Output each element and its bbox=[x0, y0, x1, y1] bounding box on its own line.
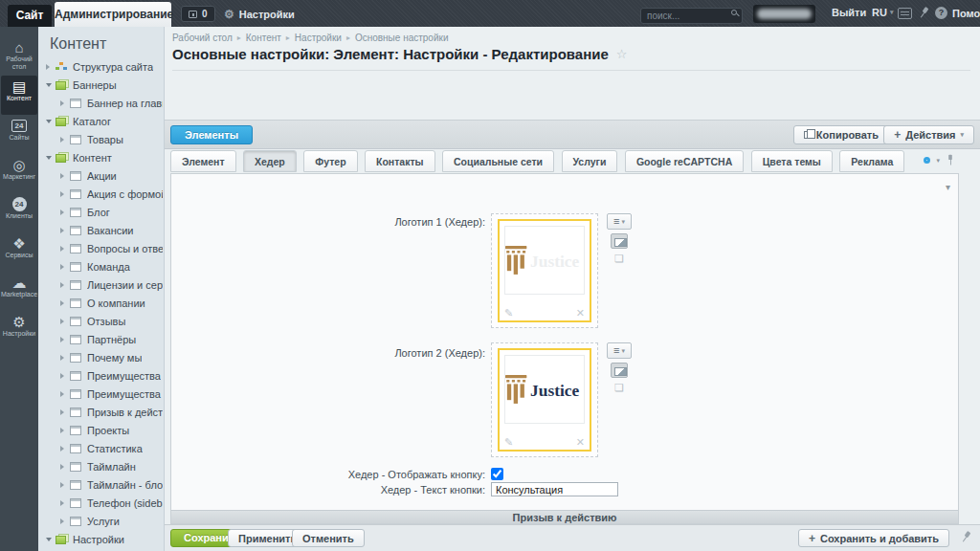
expand-arrow-icon[interactable] bbox=[60, 228, 70, 233]
logo2-file-icon[interactable] bbox=[614, 382, 632, 394]
module-sidebar-item[interactable]: ◎ Маркетинг bbox=[1, 154, 37, 193]
expand-arrow-icon[interactable] bbox=[60, 191, 70, 197]
expand-arrow-icon[interactable] bbox=[60, 282, 70, 288]
tree-item[interactable]: Проекты bbox=[38, 421, 163, 439]
tree-item[interactable]: Призыв к действию bbox=[38, 403, 163, 421]
tree-item[interactable]: Телефон (sidebar) bbox=[38, 494, 163, 512]
tree-item[interactable]: Настройки bbox=[38, 530, 163, 548]
search-input[interactable] bbox=[640, 8, 743, 24]
tree-item[interactable]: Лицензии и сертификаты bbox=[38, 276, 163, 294]
form-tab[interactable]: Контакты bbox=[365, 150, 435, 172]
collapse-panel-icon[interactable] bbox=[946, 182, 950, 192]
form-tab[interactable]: Элемент bbox=[170, 150, 236, 172]
expand-arrow-icon[interactable] bbox=[46, 535, 56, 544]
tree-item[interactable]: Таймлайн - блок bbox=[38, 475, 163, 494]
edit-image-icon[interactable] bbox=[504, 307, 513, 320]
user-profile[interactable] bbox=[753, 5, 815, 23]
form-tab[interactable]: Цвета темы bbox=[751, 150, 833, 172]
tree-item[interactable]: Товары bbox=[38, 130, 163, 148]
module-sidebar-item[interactable]: ❖ Сервисы bbox=[1, 232, 37, 272]
language-selector[interactable]: RU bbox=[872, 7, 893, 18]
chevron-down-icon[interactable] bbox=[936, 157, 940, 165]
form-tab[interactable]: Google reCAPTCHA bbox=[625, 150, 744, 172]
expand-arrow-icon[interactable] bbox=[60, 373, 70, 379]
tree-item[interactable]: Баннер на главной bbox=[38, 94, 163, 112]
module-sidebar-item[interactable]: 24 Сайты bbox=[1, 115, 37, 154]
expand-arrow-icon[interactable] bbox=[60, 391, 70, 397]
breadcrumb-link[interactable]: Настройки bbox=[295, 33, 342, 43]
tree-item[interactable]: Преимущества под бан bbox=[38, 385, 163, 403]
breadcrumb-link[interactable]: Контент bbox=[246, 33, 281, 43]
form-tab[interactable]: Футер bbox=[303, 150, 357, 172]
tree-item[interactable]: Вопросы и ответы bbox=[38, 239, 163, 257]
expand-arrow-icon[interactable] bbox=[60, 137, 70, 143]
form-settings-icon[interactable] bbox=[924, 157, 930, 164]
form-tab[interactable]: Социальные сети bbox=[442, 150, 554, 172]
tree-item[interactable]: О компании bbox=[38, 294, 163, 312]
save-and-add-button[interactable]: Сохранить и добавить bbox=[798, 529, 949, 547]
expand-arrow-icon[interactable] bbox=[60, 264, 70, 270]
cancel-button[interactable]: Отменить bbox=[292, 529, 365, 547]
elements-button[interactable]: Элементы bbox=[170, 125, 253, 144]
actions-button[interactable]: Действия bbox=[883, 125, 974, 144]
expand-arrow-icon[interactable] bbox=[46, 64, 56, 70]
expand-arrow-icon[interactable] bbox=[46, 80, 56, 90]
search-icon[interactable] bbox=[731, 10, 737, 15]
tree-item[interactable]: Партнёры bbox=[38, 330, 163, 348]
form-tab[interactable]: Услуги bbox=[562, 150, 618, 172]
tree-item[interactable]: Каталог bbox=[38, 112, 163, 130]
expand-arrow-icon[interactable] bbox=[60, 173, 70, 179]
expand-arrow-icon[interactable] bbox=[60, 246, 70, 252]
favorite-star-icon[interactable] bbox=[616, 47, 628, 61]
module-sidebar-item[interactable]: ⚙ Настройки bbox=[1, 311, 37, 350]
hotkeys-icon[interactable] bbox=[898, 8, 912, 19]
expand-arrow-icon[interactable] bbox=[60, 355, 70, 361]
expand-arrow-icon[interactable] bbox=[60, 337, 70, 342]
tree-item[interactable]: Команда bbox=[38, 257, 163, 276]
module-sidebar-item[interactable]: 24 Клиенты bbox=[1, 193, 37, 232]
tree-item[interactable]: Услуги bbox=[38, 512, 163, 530]
module-sidebar-item[interactable]: ⌂ Рабочий стол bbox=[1, 36, 37, 76]
expand-arrow-icon[interactable] bbox=[46, 153, 56, 163]
delete-image-icon[interactable] bbox=[576, 436, 585, 449]
expand-arrow-icon[interactable] bbox=[60, 428, 70, 433]
expand-arrow-icon[interactable] bbox=[60, 464, 70, 470]
logo1-file-icon[interactable] bbox=[614, 253, 632, 265]
logo2-image-mode-button[interactable] bbox=[611, 363, 628, 378]
copy-button[interactable]: Копировать bbox=[793, 125, 889, 144]
tree-item[interactable]: Акции bbox=[38, 166, 163, 185]
logo2-menu-button[interactable] bbox=[607, 342, 632, 359]
tree-item[interactable]: Таймлайн bbox=[38, 457, 163, 475]
expand-arrow-icon[interactable] bbox=[60, 482, 70, 488]
expand-arrow-icon[interactable] bbox=[60, 409, 70, 415]
notifications-button[interactable]: 0 bbox=[181, 6, 215, 22]
tree-item[interactable]: Вакансии bbox=[38, 221, 163, 239]
breadcrumb-link[interactable]: Основные настройки bbox=[355, 33, 449, 43]
tree-item[interactable]: Почему мы bbox=[38, 348, 163, 366]
tree-item[interactable]: Структура сайта bbox=[38, 57, 163, 76]
tree-item[interactable]: Отзывы bbox=[38, 312, 163, 330]
expand-arrow-icon[interactable] bbox=[60, 100, 70, 106]
expand-arrow-icon[interactable] bbox=[60, 300, 70, 306]
tree-item[interactable]: Статистика bbox=[38, 439, 163, 457]
logout-link[interactable]: Выйти bbox=[832, 7, 866, 18]
button-text-input[interactable] bbox=[491, 482, 618, 496]
tree-item[interactable]: Преимущества bbox=[38, 366, 163, 385]
delete-image-icon[interactable] bbox=[576, 307, 585, 320]
form-tab[interactable]: Реклама bbox=[839, 150, 904, 172]
expand-arrow-icon[interactable] bbox=[60, 446, 70, 452]
expand-arrow-icon[interactable] bbox=[60, 518, 70, 524]
pin-form-icon[interactable] bbox=[947, 155, 955, 166]
topbar-settings-menu[interactable]: Настройки bbox=[224, 6, 295, 22]
pin-footer-icon[interactable] bbox=[958, 529, 973, 544]
edit-image-icon[interactable] bbox=[504, 436, 513, 449]
show-button-checkbox[interactable] bbox=[491, 468, 503, 480]
tree-item[interactable]: Баннеры bbox=[38, 76, 163, 94]
expand-arrow-icon[interactable] bbox=[60, 209, 70, 215]
admin-tab[interactable]: Администрирование bbox=[55, 2, 171, 27]
tree-item[interactable]: Блог bbox=[38, 203, 163, 221]
tree-item[interactable]: Акция с формой bbox=[38, 185, 163, 203]
logo1-image-mode-button[interactable] bbox=[611, 233, 628, 249]
breadcrumb-link[interactable]: Рабочий стол bbox=[172, 33, 233, 43]
pin-icon[interactable] bbox=[916, 5, 931, 20]
